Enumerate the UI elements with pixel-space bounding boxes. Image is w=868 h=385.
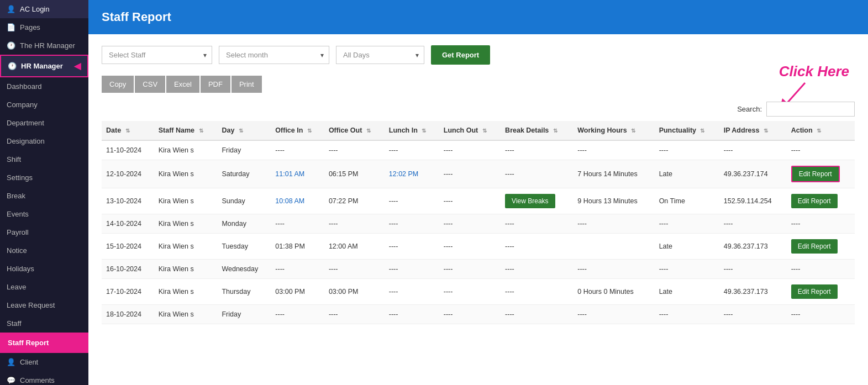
sidebar-item-comments[interactable]: 💬 Comments bbox=[0, 371, 88, 385]
cell-lunch-in: ---- bbox=[385, 214, 439, 234]
select-staff[interactable]: Select Staff bbox=[102, 46, 212, 64]
select-staff-wrapper: Select Staff bbox=[102, 46, 212, 64]
sidebar-item-company[interactable]: Company bbox=[0, 96, 88, 114]
sidebar-item-notice[interactable]: Notice bbox=[0, 241, 88, 260]
cell-staff: Kira Wien s bbox=[154, 188, 218, 214]
sidebar-item-the-hr-manager[interactable]: 🕐 The HR Manager bbox=[0, 36, 88, 55]
page-header: Staff Report bbox=[88, 0, 868, 34]
cell-staff: Kira Wien s bbox=[154, 305, 218, 324]
col-ip-address: IP Address ⇅ bbox=[719, 121, 787, 140]
cell-ip: 152.59.114.254 bbox=[719, 188, 787, 214]
cell-date: 16-10-2024 bbox=[102, 260, 154, 279]
view-breaks-button[interactable]: View Breaks bbox=[505, 194, 555, 208]
sidebar-item-events[interactable]: Events bbox=[0, 205, 88, 223]
cell-action: ---- bbox=[787, 214, 855, 234]
sidebar-item-staff-report[interactable]: Staff Report bbox=[0, 333, 88, 353]
sidebar-item-ac-login[interactable]: 👤 AC Login bbox=[0, 0, 88, 18]
cell-ip: ---- bbox=[719, 260, 787, 279]
cell-break-details: ---- bbox=[501, 234, 573, 260]
cell-date: 18-10-2024 bbox=[102, 305, 154, 324]
search-annotation-area: Click Here Search: bbox=[102, 102, 855, 117]
sidebar-item-break[interactable]: Break bbox=[0, 187, 88, 205]
sidebar-item-hr-manager[interactable]: 🕐 HR Manager ◀ bbox=[0, 55, 88, 77]
edit-report-button[interactable]: Edit Report bbox=[791, 194, 838, 208]
get-report-button[interactable]: Get Report bbox=[431, 45, 490, 65]
print-button[interactable]: Print bbox=[232, 76, 262, 93]
table-row: 11-10-2024 Kira Wien s Friday ---- ---- … bbox=[102, 140, 855, 160]
sort-icon-date: ⇅ bbox=[125, 128, 130, 134]
cell-break-details: ---- bbox=[501, 214, 573, 234]
cell-working-hours: 7 Hours 14 Minutes bbox=[573, 160, 654, 188]
cell-punctuality: ---- bbox=[655, 305, 719, 324]
cell-day: Wednesday bbox=[217, 260, 271, 279]
edit-report-button[interactable]: Edit Report bbox=[791, 284, 838, 299]
sort-icon-lunch-in: ⇅ bbox=[422, 128, 426, 134]
cell-office-in: ---- bbox=[271, 260, 324, 279]
sidebar-item-leave[interactable]: Leave bbox=[0, 278, 88, 296]
cell-date: 11-10-2024 bbox=[102, 140, 154, 160]
select-all-days[interactable]: All Days bbox=[336, 46, 424, 64]
sidebar-item-client[interactable]: 👤 Client bbox=[0, 353, 88, 371]
cell-punctuality: On Time bbox=[655, 188, 719, 214]
cell-office-in: ---- bbox=[271, 305, 324, 324]
cell-break-details: ---- bbox=[501, 160, 573, 188]
cell-office-out: ---- bbox=[324, 140, 385, 160]
cell-day: Friday bbox=[217, 140, 271, 160]
sidebar-item-settings[interactable]: Settings bbox=[0, 168, 88, 187]
cell-break-details: View Breaks bbox=[501, 188, 573, 214]
sidebar-item-designation[interactable]: Designation bbox=[0, 132, 88, 150]
col-break-details: Break Details ⇅ bbox=[501, 121, 573, 140]
sidebar-item-pages[interactable]: 📄 Pages bbox=[0, 18, 88, 36]
cell-punctuality: Late bbox=[655, 234, 719, 260]
cell-break-details: ---- bbox=[501, 305, 573, 324]
cell-date: 14-10-2024 bbox=[102, 214, 154, 234]
sidebar-item-leave-request[interactable]: Leave Request bbox=[0, 296, 88, 314]
search-input[interactable] bbox=[766, 102, 855, 117]
cell-ip: ---- bbox=[719, 140, 787, 160]
edit-report-button[interactable]: Edit Report bbox=[791, 239, 838, 254]
table-row: 17-10-2024 Kira Wien s Thursday 03:00 PM… bbox=[102, 279, 855, 305]
sort-icon-office-out: ⇅ bbox=[366, 128, 371, 134]
excel-button[interactable]: Excel bbox=[166, 76, 199, 93]
col-office-in: Office In ⇅ bbox=[271, 121, 324, 140]
action-buttons-row: Copy CSV Excel PDF Print bbox=[102, 76, 855, 93]
sort-icon-working: ⇅ bbox=[631, 128, 635, 134]
clock-icon-2: 🕐 bbox=[8, 62, 17, 70]
col-office-out: Office Out ⇅ bbox=[324, 121, 385, 140]
cell-working-hours: ---- bbox=[573, 305, 654, 324]
pdf-button[interactable]: PDF bbox=[201, 76, 230, 93]
cell-staff: Kira Wien s bbox=[154, 260, 218, 279]
cell-lunch-in: ---- bbox=[385, 279, 439, 305]
cell-action: ---- bbox=[787, 305, 855, 324]
cell-date: 17-10-2024 bbox=[102, 279, 154, 305]
cell-day: Monday bbox=[217, 214, 271, 234]
select-month-wrapper: Select month bbox=[219, 46, 329, 64]
table-row: 12-10-2024 Kira Wien s Saturday 11:01 AM… bbox=[102, 160, 855, 188]
sidebar-item-shift[interactable]: Shift bbox=[0, 150, 88, 168]
sidebar-item-department[interactable]: Department bbox=[0, 114, 88, 132]
cell-working-hours: 0 Hours 0 Minutes bbox=[573, 279, 654, 305]
search-label: Search: bbox=[737, 105, 762, 113]
cell-ip: 49.36.237.173 bbox=[719, 234, 787, 260]
cell-day: Sunday bbox=[217, 188, 271, 214]
sidebar-item-holidays[interactable]: Holidays bbox=[0, 260, 88, 278]
cell-office-in: 01:38 PM bbox=[271, 234, 324, 260]
sidebar-item-payroll[interactable]: Payroll bbox=[0, 223, 88, 241]
cell-office-in: ---- bbox=[271, 214, 324, 234]
cell-office-in: ---- bbox=[271, 140, 324, 160]
select-month[interactable]: Select month bbox=[219, 46, 329, 64]
cell-break-details: ---- bbox=[501, 260, 573, 279]
cell-lunch-in: ---- bbox=[385, 234, 439, 260]
sidebar-item-dashboard[interactable]: Dashboard bbox=[0, 77, 88, 96]
cell-action: Edit Report bbox=[787, 160, 855, 188]
report-table: Date ⇅ Staff Name ⇅ Day ⇅ Office In ⇅ Of… bbox=[102, 121, 855, 324]
copy-button[interactable]: Copy bbox=[102, 76, 134, 93]
cell-lunch-in: ---- bbox=[385, 305, 439, 324]
edit-report-button[interactable]: Edit Report bbox=[791, 166, 840, 182]
sidebar-item-staff[interactable]: Staff bbox=[0, 314, 88, 333]
cell-action: ---- bbox=[787, 140, 855, 160]
csv-button[interactable]: CSV bbox=[135, 76, 165, 93]
cell-day: Friday bbox=[217, 305, 271, 324]
cell-break-details: ---- bbox=[501, 279, 573, 305]
cell-office-out: 07:22 PM bbox=[324, 188, 385, 214]
